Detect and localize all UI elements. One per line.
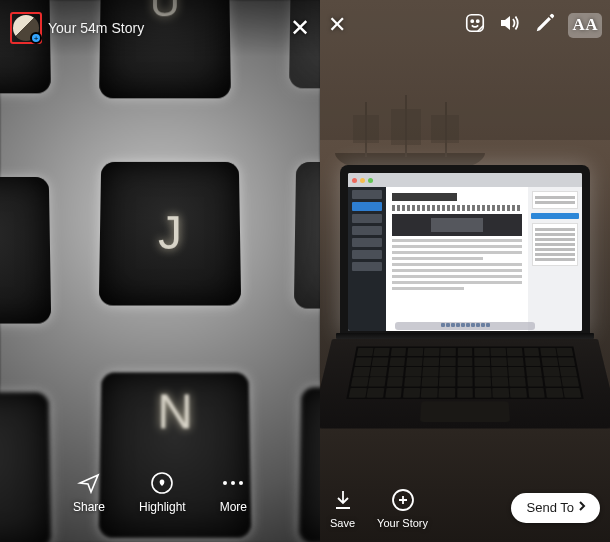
text-tool-icon: AA: [568, 13, 602, 38]
highlight-button[interactable]: Highlight: [139, 470, 186, 542]
chevron-right-icon: [578, 500, 586, 515]
svg-point-5: [472, 20, 474, 22]
svg-point-2: [231, 481, 235, 485]
save-button[interactable]: Save: [330, 488, 355, 529]
story-title-label: Story: [112, 20, 145, 36]
share-label: Share: [73, 500, 105, 514]
your-story-button[interactable]: Your Story: [377, 488, 428, 529]
share-icon: [77, 470, 101, 496]
sticker-button[interactable]: [464, 12, 486, 38]
more-label: More: [220, 500, 247, 514]
send-to-label: Send To: [527, 500, 574, 515]
laptop-in-photo: [334, 165, 596, 465]
sound-button[interactable]: [498, 12, 522, 38]
add-to-story-icon: [391, 488, 415, 513]
keycap-image: J: [99, 162, 241, 306]
highlight-icon: [150, 470, 174, 496]
sticker-icon: [464, 12, 486, 38]
story-time-label: 54m: [80, 20, 107, 36]
send-to-button[interactable]: Send To: [511, 493, 600, 523]
download-icon: [333, 488, 353, 513]
story-viewer-pane: U J N + Your 54m Story ✕: [0, 0, 320, 542]
save-label: Save: [330, 517, 355, 529]
draw-button[interactable]: [534, 12, 556, 38]
close-composer-button[interactable]: ✕: [328, 12, 346, 38]
svg-point-1: [223, 481, 227, 485]
keycap-image: [0, 177, 51, 324]
your-story-label: Your Story: [377, 517, 428, 529]
more-button[interactable]: More: [220, 470, 247, 542]
story-owner-label: Your: [48, 20, 76, 36]
text-tool-button[interactable]: AA: [568, 13, 602, 38]
your-avatar[interactable]: +: [10, 12, 42, 44]
story-header: + Your 54m Story ✕: [0, 0, 320, 56]
close-icon: ✕: [290, 14, 310, 41]
svg-point-3: [239, 481, 243, 485]
add-story-badge-icon: +: [30, 32, 42, 44]
share-button[interactable]: Share: [73, 470, 105, 542]
composer-header: ✕: [320, 0, 610, 46]
close-icon: ✕: [328, 12, 346, 37]
highlight-label: Highlight: [139, 500, 186, 514]
story-footer-actions: Share Highlight More: [0, 464, 320, 542]
composer-footer: Save Your Story Send To: [320, 474, 610, 542]
close-story-button[interactable]: ✕: [290, 16, 310, 40]
svg-point-6: [477, 20, 479, 22]
sound-on-icon: [498, 12, 522, 38]
more-icon: [221, 470, 245, 496]
ship-decoration-image: [325, 95, 495, 175]
story-composer-pane: ✕: [320, 0, 610, 542]
draw-pencil-icon: [534, 12, 556, 38]
keycap-image: [294, 162, 320, 309]
